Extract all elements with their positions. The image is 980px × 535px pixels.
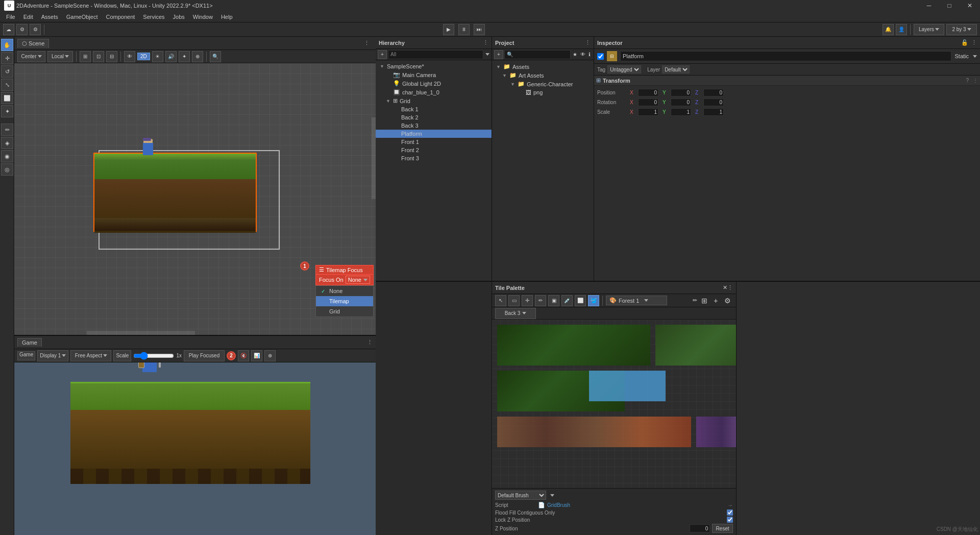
minimize-button[interactable]: ─ xyxy=(919,0,939,11)
scene-fx-btn[interactable]: ✦ xyxy=(179,51,190,62)
focus-option-grid[interactable]: ✓ Grid xyxy=(316,306,373,317)
tool-transform[interactable]: ✦ xyxy=(1,105,13,117)
inspector-enabled-checkbox[interactable] xyxy=(597,53,604,60)
scene-light-btn[interactable]: ☀ xyxy=(152,51,163,62)
menu-component[interactable]: Component xyxy=(102,13,139,21)
hierarchy-menu-btn[interactable]: ⋮ xyxy=(483,39,488,46)
tile-picker-btn[interactable]: 💉 xyxy=(561,295,573,306)
menu-file[interactable]: File xyxy=(2,13,19,21)
menu-jobs[interactable]: Jobs xyxy=(169,13,189,21)
scene-scroll-bottom[interactable] xyxy=(87,331,195,335)
account-btn[interactable]: 👤 xyxy=(896,24,907,35)
inspector-name-field[interactable] xyxy=(620,51,951,61)
tool-move[interactable]: ✛ xyxy=(1,52,13,64)
scene-snap-btn[interactable]: ⊡ xyxy=(93,51,104,62)
tile-select-btn[interactable]: ▭ xyxy=(508,295,520,306)
tool-custom3[interactable]: ◎ xyxy=(1,163,13,176)
tag-select[interactable]: Untagged xyxy=(607,65,641,74)
game-play-focused[interactable]: Play Focused xyxy=(184,350,225,361)
hierarchy-front3[interactable]: Front 3 xyxy=(376,154,492,162)
project-assets[interactable]: ▼ 📁 Assets xyxy=(492,62,594,71)
project-icon-info[interactable]: ℹ xyxy=(587,51,592,58)
menu-window[interactable]: Window xyxy=(189,13,217,21)
layer-select[interactable]: Default xyxy=(662,65,690,74)
scene-scroll-right[interactable] xyxy=(372,117,376,199)
collab-btn[interactable]: 🔔 xyxy=(883,24,894,35)
play-button[interactable]: ▶ xyxy=(443,24,454,35)
lock-z-checkbox[interactable] xyxy=(727,517,733,523)
game-gizmos-btn[interactable]: ⊕ xyxy=(264,350,276,361)
rot-y-field[interactable] xyxy=(671,99,691,106)
scene-visibility-btn[interactable]: 👁 xyxy=(124,51,135,62)
tool-edit[interactable]: ✏ xyxy=(1,124,13,136)
hierarchy-grid[interactable]: ▼ ⊞ Grid xyxy=(376,96,492,105)
rot-z-field[interactable] xyxy=(703,99,724,106)
tile-erase-btn[interactable]: ⬜ xyxy=(575,295,586,306)
unity-settings-btn[interactable]: ⚙ xyxy=(16,24,28,35)
game-view[interactable] xyxy=(14,362,376,535)
game-options-btn[interactable]: ⋮ xyxy=(367,339,373,346)
project-icon-eye[interactable]: 👁 xyxy=(579,51,586,58)
menu-edit[interactable]: Edit xyxy=(19,13,37,21)
tile-palette-options-btn[interactable]: ⋮ xyxy=(727,284,733,291)
game-stats-btn[interactable]: 📊 xyxy=(251,350,262,361)
unity-search-btn[interactable]: ⚙ xyxy=(30,24,41,35)
scene-grid-btn[interactable]: ⊞ xyxy=(80,51,91,62)
project-add-btn[interactable]: + xyxy=(494,50,503,59)
palette-settings-btn[interactable]: ⚙ xyxy=(722,297,733,305)
palette-grid-btn[interactable]: ⊞ xyxy=(699,297,709,305)
default-brush-select[interactable]: Default Brush xyxy=(495,491,546,500)
hierarchy-main-camera[interactable]: 📷 Main Camera xyxy=(376,70,492,79)
project-generic-char[interactable]: ▼ 📁 Generic-Character xyxy=(492,80,594,88)
hierarchy-global-light[interactable]: 💡 Global Light 2D xyxy=(376,79,492,88)
maximize-button[interactable]: □ xyxy=(939,0,960,11)
tool-rotate[interactable]: ↺ xyxy=(1,65,13,78)
menu-gameobject[interactable]: GameObject xyxy=(62,13,102,21)
flood-fill-checkbox[interactable] xyxy=(727,509,733,516)
project-png[interactable]: 🖼 png xyxy=(492,88,594,96)
palette-edit-btn[interactable]: ✏ xyxy=(693,297,697,304)
tile-move-btn[interactable]: ✛ xyxy=(522,295,533,306)
scale-x-field[interactable] xyxy=(638,108,658,116)
scale-z-field[interactable] xyxy=(703,108,724,116)
project-menu-btn[interactable]: ⋮ xyxy=(585,39,591,46)
game-mute-btn[interactable]: 🔇 xyxy=(238,350,249,361)
palette-add-btn[interactable]: + xyxy=(712,297,720,305)
tile-cursor-btn[interactable]: ↖ xyxy=(495,295,506,306)
script-goto-btn[interactable]: → xyxy=(728,502,733,508)
pos-y-field[interactable] xyxy=(671,89,691,96)
z-position-reset-btn[interactable]: Reset xyxy=(712,524,732,533)
transform-menu-btn[interactable]: ⋮ xyxy=(973,78,978,83)
hierarchy-back2[interactable]: Back 2 xyxy=(376,113,492,121)
hierarchy-back1[interactable]: Back 1 xyxy=(376,105,492,113)
tool-rect[interactable]: ⬜ xyxy=(1,92,13,104)
scene-options-btn[interactable]: ⋮ xyxy=(361,40,373,46)
tile-back3-dropdown[interactable]: Back 3 xyxy=(495,308,536,319)
scene-platform[interactable] xyxy=(93,153,257,232)
tool-custom2[interactable]: ◉ xyxy=(1,150,13,162)
close-button[interactable]: ✕ xyxy=(960,0,980,11)
inspector-menu-btn[interactable]: ⋮ xyxy=(971,39,977,46)
hierarchy-front1[interactable]: Front 1 xyxy=(376,138,492,146)
tool-hand[interactable]: ✋ xyxy=(1,39,13,51)
z-position-field[interactable] xyxy=(690,524,710,532)
tile-box-btn[interactable]: ▣ xyxy=(548,295,559,306)
project-search-field[interactable]: 🔍 xyxy=(504,50,571,59)
unity-cloud-btn[interactable]: ☁ xyxy=(3,24,14,35)
game-aspect-dropdown[interactable]: Free Aspect xyxy=(70,350,111,361)
menu-services[interactable]: Services xyxy=(139,13,168,21)
step-button[interactable]: ⏭ xyxy=(474,24,485,35)
tile-fill-btn[interactable]: 🪣 xyxy=(588,295,599,306)
game-scale-slider[interactable] xyxy=(133,353,174,358)
scene-audio-btn[interactable]: 🔊 xyxy=(165,51,177,62)
hierarchy-search-field[interactable]: All xyxy=(388,50,483,59)
tile-palette-close-btn[interactable]: ✕ xyxy=(723,284,727,291)
hierarchy-front2[interactable]: Front 2 xyxy=(376,146,492,154)
scene-extra-btn[interactable]: ⊟ xyxy=(106,51,117,62)
project-art-assets[interactable]: ▼ 📁 Art Assets xyxy=(492,71,594,80)
tile-palette-view[interactable] xyxy=(492,320,736,488)
tool-custom1[interactable]: ◈ xyxy=(1,137,13,149)
local-dropdown[interactable]: Local xyxy=(47,51,73,62)
layers-dropdown[interactable]: Layers xyxy=(914,24,944,35)
forest-palette-dropdown[interactable]: 🎨 Forest 1 xyxy=(606,296,667,305)
